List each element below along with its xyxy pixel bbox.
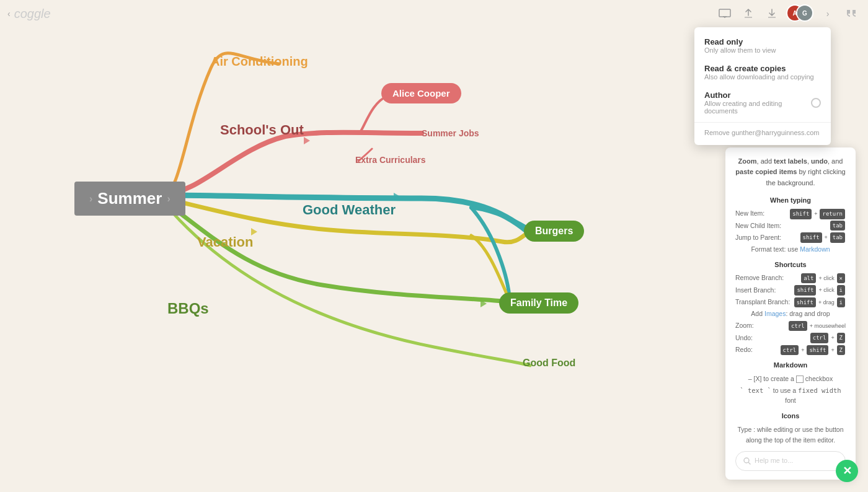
- transplant-keys: shift + drag i: [794, 297, 846, 307]
- shift-key4: shift: [794, 297, 816, 307]
- logo: coggle: [14, 7, 51, 21]
- z-key2: Z: [837, 345, 845, 355]
- vacation-node[interactable]: Vacation: [197, 234, 253, 250]
- when-typing-title: When typing: [735, 195, 846, 206]
- tab-key: tab: [830, 221, 845, 231]
- close-help-button[interactable]: ✕: [836, 460, 858, 482]
- good-food-label: Good Food: [523, 358, 575, 368]
- logo-area: ‹ coggle: [7, 7, 51, 21]
- checkbox-row: – [X] to create a checkbox: [735, 374, 846, 384]
- search-icon: [743, 457, 751, 465]
- quotes-icon-button[interactable]: [842, 4, 861, 23]
- alice-cooper-node[interactable]: Alice Cooper: [381, 83, 461, 103]
- summer-jobs-label: Summer Jobs: [422, 128, 479, 138]
- summer-arrow: ›: [89, 193, 92, 204]
- air-conditioning-node[interactable]: Air Conditioning: [211, 55, 308, 69]
- share-divider: [694, 122, 831, 123]
- family-time-label: Family Time: [510, 297, 567, 308]
- more-options-button[interactable]: ›: [818, 4, 837, 23]
- jump-parent-label: Jump to Parent:: [735, 232, 781, 243]
- read-only-desc: Only allow them to view: [704, 46, 821, 54]
- summer-jobs-node[interactable]: Summer Jobs: [422, 128, 479, 138]
- svg-rect-4: [719, 9, 730, 17]
- redo-keys: ctrl + shift + Z: [780, 345, 846, 355]
- author-desc: Allow creating and editing documents: [704, 100, 811, 115]
- new-item-label: New Item:: [735, 208, 764, 219]
- burgers-node[interactable]: Burgers: [524, 221, 584, 242]
- read-only-option[interactable]: Read only Only allow them to view: [694, 32, 831, 59]
- summer-node[interactable]: › Summer ›: [74, 182, 185, 216]
- svg-line-8: [749, 463, 751, 465]
- header: ‹ coggle A G: [0, 0, 868, 27]
- z-key: Z: [837, 333, 845, 343]
- zoom-shortcut-label: Zoom:: [735, 320, 754, 331]
- zoom-keys: ctrl + mousewheel: [788, 320, 846, 331]
- shortcuts-title: Shortcuts: [735, 260, 846, 271]
- images-link[interactable]: Images: [764, 310, 786, 317]
- avatar-2: G: [796, 4, 813, 22]
- remove-branch-keys: alt + click ✕: [800, 273, 846, 283]
- shift-key3: shift: [794, 285, 816, 295]
- extra-curriculars-label: Extra Curriculars: [355, 155, 426, 165]
- family-time-node[interactable]: Family Time: [499, 292, 578, 314]
- new-child-label: New Child Item:: [735, 221, 781, 231]
- good-food-node[interactable]: Good Food: [523, 358, 575, 369]
- undo-label: Undo:: [735, 333, 753, 343]
- i-key2: i: [837, 297, 845, 307]
- insert-branch-keys: shift + click i: [794, 284, 846, 295]
- new-child-row: New Child Item: tab: [735, 221, 846, 231]
- schools-out-label: School's Out: [220, 122, 304, 138]
- icons-title: Icons: [735, 411, 846, 422]
- read-copies-option[interactable]: Read & create copies Also allow download…: [694, 59, 831, 86]
- good-weather-label: Good Weather: [303, 202, 396, 217]
- insert-branch-label: Insert Branch:: [735, 285, 776, 296]
- ctrl-key3: ctrl: [781, 345, 799, 355]
- bbqs-label: BBQs: [167, 300, 209, 317]
- header-right: A G ›: [715, 4, 861, 23]
- tab-key2: tab: [830, 232, 845, 242]
- shift-key5: shift: [807, 345, 828, 355]
- extra-curriculars-node[interactable]: Extra Curriculars: [355, 155, 426, 165]
- bbqs-node[interactable]: BBQs: [167, 300, 209, 317]
- help-intro: Zoom, add text labels, undo, and paste c…: [735, 156, 846, 189]
- author-title: Author: [704, 90, 811, 100]
- i-key: i: [837, 285, 845, 295]
- undo-keys: ctrl + Z: [810, 332, 846, 343]
- transplant-row: Transplant Branch: shift + drag i: [735, 297, 846, 307]
- new-item-row: New Item: shift + return: [735, 208, 846, 219]
- jump-parent-row: Jump to Parent: shift + tab: [735, 232, 846, 242]
- back-button[interactable]: ‹: [7, 9, 11, 19]
- help-panel: Zoom, add text labels, undo, and paste c…: [725, 147, 856, 480]
- burgers-label: Burgers: [535, 226, 573, 236]
- author-radio[interactable]: [811, 98, 821, 108]
- icons-desc: Type : while editing or use the button a…: [735, 424, 846, 446]
- remove-user-link[interactable]: Remove gunther@harryguinness.com: [694, 125, 831, 140]
- remove-branch-label: Remove Branch:: [735, 273, 784, 283]
- new-item-keys: shift + return: [789, 208, 846, 219]
- help-placeholder: Help me to...: [755, 455, 793, 467]
- upload-icon-button[interactable]: [739, 4, 758, 23]
- download-icon-button[interactable]: [763, 4, 781, 23]
- avatar-container[interactable]: A G: [786, 4, 813, 23]
- markdown-title: Markdown: [735, 360, 846, 371]
- add-images-row: Add Images: drag and drop: [735, 309, 846, 319]
- x-key: ✕: [837, 273, 845, 283]
- vacation-label: Vacation: [197, 234, 253, 250]
- help-search[interactable]: Help me to...: [735, 451, 846, 471]
- svg-point-7: [744, 458, 749, 463]
- markdown-link[interactable]: Markdown: [800, 245, 830, 253]
- read-only-title: Read only: [704, 37, 821, 46]
- shift-key: shift: [790, 209, 812, 219]
- ctrl-key2: ctrl: [810, 333, 829, 343]
- alt-key: alt: [801, 273, 816, 283]
- transplant-label: Transplant Branch:: [735, 297, 790, 307]
- insert-branch-row: Insert Branch: shift + click i: [735, 284, 846, 295]
- author-option[interactable]: Author Allow creating and editing docume…: [694, 86, 831, 120]
- good-weather-node[interactable]: Good Weather: [303, 202, 396, 218]
- air-conditioning-label: Air Conditioning: [211, 55, 308, 68]
- undo-row: Undo: ctrl + Z: [735, 332, 846, 343]
- schools-out-node[interactable]: School's Out: [220, 122, 304, 138]
- jump-parent-keys: shift + tab: [800, 232, 846, 242]
- monitor-icon-button[interactable]: [715, 4, 734, 23]
- format-text-row: Format text: use Markdown: [735, 244, 846, 255]
